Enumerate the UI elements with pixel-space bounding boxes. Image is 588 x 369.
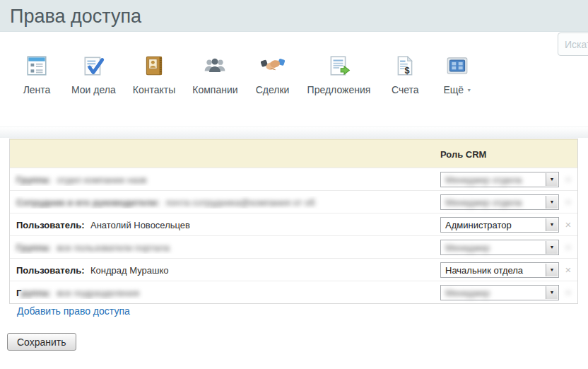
row-entity-name: все пользователи портала [57,242,170,253]
crm-menu: Лента Мои дела [0,33,588,127]
access-rights-page: Права доступа Лента [0,0,588,369]
delete-icon[interactable]: × [565,242,572,252]
menu-label: Мои дела [71,84,116,95]
chevron-down-icon: ▼ [550,267,555,272]
select-arrow-button[interactable]: ▼ [546,196,558,209]
select-arrow-button[interactable]: ▼ [546,241,558,254]
role-column-header: Роль CRM [437,148,559,160]
chevron-down-icon: ▼ [550,199,555,204]
table-row: Сотрудник и его руководители: почта сотр… [10,190,577,213]
feed-icon [25,54,49,78]
menu-label: Сделки [256,84,290,95]
row-entity-name: все подразделения [57,288,139,298]
row-entity-type: Группа: [16,175,51,185]
page-header: Права доступа [0,0,588,32]
delete-icon[interactable]: × [565,174,572,184]
menu-item-my-tasks[interactable]: Мои дела [71,54,116,127]
chevron-down-icon: ▼ [466,88,471,93]
role-header-label: Роль CRM [440,149,486,160]
menu-item-invoices[interactable]: $ Счета [387,54,423,127]
search-input[interactable] [558,33,588,56]
row-entity-type: руппа: [21,288,51,298]
add-access-right-link[interactable]: Добавить право доступа [17,305,130,317]
menu-item-feed[interactable]: Лента [19,54,54,127]
menu-item-contacts[interactable]: Контакты [133,54,175,127]
row-entity-name: отдел компании назв [57,175,147,185]
role-select[interactable]: Администратор ▼ [440,217,559,233]
delete-icon[interactable]: × [565,197,572,207]
section-divider [0,127,588,138]
delete-icon[interactable]: × [565,264,572,275]
select-arrow-button[interactable]: ▼ [546,173,558,186]
select-arrow-button[interactable]: ▼ [546,264,558,276]
row-entity-type-visible: Г [16,288,21,298]
table-row: Группа: все пользователи портала Менедже… [10,235,577,258]
menu-item-companies[interactable]: Компании [192,54,237,127]
menu-item-deals[interactable]: Сделки [255,54,290,127]
row-entity-name: Анатолий Новосельцев [90,220,190,230]
address-book-icon [142,54,166,78]
row-entity-name: Кондрад Мурашко [90,265,169,276]
row-entity-type: Сотрудник и его руководители: [16,197,160,208]
row-entity-type: Пользователь: [16,265,85,276]
menu-item-more[interactable]: Ещё▼ [440,54,475,127]
menu-label: Лента [23,84,51,95]
page-title: Права доступа [0,0,588,28]
delete-icon[interactable]: × [565,219,572,230]
role-select[interactable]: Начальник отдела ▼ [440,262,559,278]
invoice-dollar-icon: $ [393,54,417,78]
menu-label: Счета [392,84,419,95]
select-arrow-button[interactable]: ▼ [546,286,558,299]
chevron-down-icon: ▼ [550,290,555,295]
handshake-icon [261,54,285,78]
menu-label: Предложения [307,84,371,95]
save-button[interactable]: Сохранить [7,333,76,351]
role-select[interactable]: Менеджер ▼ [440,240,559,255]
role-select[interactable]: Менеджер отдела ▼ [440,172,559,187]
chevron-down-icon: ▼ [550,245,555,250]
menu-label: Компании [192,84,237,95]
tasks-check-icon [81,54,105,78]
role-select[interactable]: Менеджер ▼ [440,285,559,300]
row-entity-type: Пользователь: [16,220,85,230]
table-row: Пользователь: Анатолий Новосельцев Админ… [10,213,577,235]
row-entity-name: почта сотрудника@компания от об [166,197,315,208]
grid-more-icon [445,54,469,78]
role-select[interactable]: Менеджер отдела ▼ [440,194,559,210]
table-row: Пользователь: Кондрад Мурашко Начальник … [10,258,577,281]
svg-text:$: $ [405,65,410,76]
table-row: Группа: отдел компании назв Менеджер отд… [10,168,577,190]
row-entity-type: Группа: [16,242,51,253]
delete-icon[interactable]: × [565,287,572,298]
menu-label: Контакты [133,84,175,95]
chevron-down-icon: ▼ [550,222,555,227]
document-arrow-icon [327,54,351,78]
table-row: Группа: все подразделения Менеджер ▼ × [10,281,577,303]
people-group-icon [203,54,227,78]
menu-item-quotes[interactable]: Предложения [307,54,371,127]
menu-label: Ещё▼ [444,84,472,95]
access-rights-table: Роль CRM Группа: отдел компании назв Мен… [9,139,578,304]
table-header-row: Роль CRM [10,139,577,168]
chevron-down-icon: ▼ [550,177,555,182]
select-arrow-button[interactable]: ▼ [546,218,558,231]
